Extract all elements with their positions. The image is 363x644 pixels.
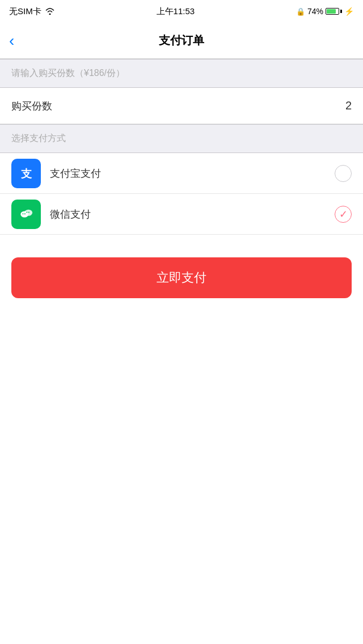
pay-button-container: 立即支付 [0, 235, 363, 310]
check-icon: ✓ [339, 209, 348, 219]
alipay-radio[interactable] [335, 165, 352, 182]
svg-point-7 [26, 211, 27, 213]
alipay-icon: 支 [11, 159, 41, 188]
status-left: 无SIM卡 [9, 6, 55, 17]
svg-point-6 [24, 213, 26, 214]
wechat-radio[interactable]: ✓ [335, 206, 352, 223]
sim-text: 无SIM卡 [9, 6, 41, 17]
alipay-label: 支付宝支付 [50, 167, 335, 180]
quantity-value: 2 [345, 99, 352, 112]
quantity-placeholder: 请输入购买份数（¥186/份） [11, 68, 125, 78]
battery-icon [326, 8, 342, 15]
quantity-row: 购买份数 2 [0, 88, 363, 124]
wechat-icon [11, 200, 41, 229]
quantity-input-section[interactable]: 请输入购买份数（¥186/份） [0, 59, 363, 88]
svg-point-5 [22, 213, 23, 214]
payment-header-text: 选择支付方式 [11, 133, 66, 143]
quantity-label: 购买份数 [11, 99, 52, 113]
wechat-label: 微信支付 [50, 207, 335, 221]
pay-now-button[interactable]: 立即支付 [11, 257, 352, 298]
back-button[interactable]: ‹ [9, 33, 14, 49]
svg-point-8 [28, 211, 29, 213]
lock-icon: 🔒 [296, 7, 305, 16]
status-bar: 无SIM卡 上午11:53 🔒 74% ⚡ [0, 0, 363, 23]
nav-bar: ‹ 支付订单 [0, 23, 363, 59]
battery-percent: 74% [307, 7, 323, 16]
alipay-option[interactable]: 支 支付宝支付 [0, 153, 363, 194]
status-right: 🔒 74% ⚡ [296, 7, 354, 16]
payment-section-header: 选择支付方式 [0, 124, 363, 153]
status-time: 上午11:53 [157, 6, 195, 17]
wifi-icon [45, 7, 55, 16]
svg-text:支: 支 [20, 168, 32, 180]
nav-title: 支付订单 [159, 33, 204, 48]
charging-icon: ⚡ [344, 7, 354, 16]
wechat-option[interactable]: 微信支付 ✓ [0, 194, 363, 235]
